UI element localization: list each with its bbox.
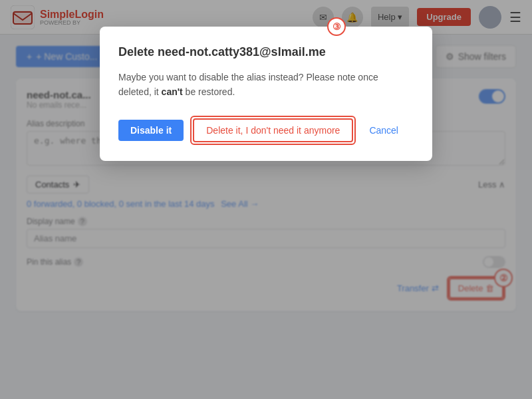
modal-body-line2: deleted, it — [118, 86, 162, 97]
modal-body-line3: be restored. — [183, 86, 235, 97]
modal-overlay: ③ Delete need-not.catty381@slmail.me May… — [0, 0, 532, 399]
delete-modal: ③ Delete need-not.catty381@slmail.me May… — [100, 27, 432, 161]
modal-body-line1: Maybe you want to disable the alias inst… — [118, 72, 378, 82]
modal-buttons: Disable it Delete it, I don't need it an… — [118, 116, 414, 145]
modal-body: Maybe you want to disable the alias inst… — [118, 70, 414, 100]
modal-title: Delete need-not.catty381@slmail.me — [118, 45, 414, 59]
disable-button[interactable]: Disable it — [118, 120, 184, 141]
delete-confirm-button[interactable]: Delete it, I don't need it anymore — [193, 118, 353, 142]
modal-cant: can't — [162, 86, 183, 97]
step-3-badge: ③ — [327, 17, 346, 36]
delete-confirm-wrapper: Delete it, I don't need it anymore — [190, 116, 356, 145]
cancel-modal-button[interactable]: Cancel — [362, 120, 405, 141]
